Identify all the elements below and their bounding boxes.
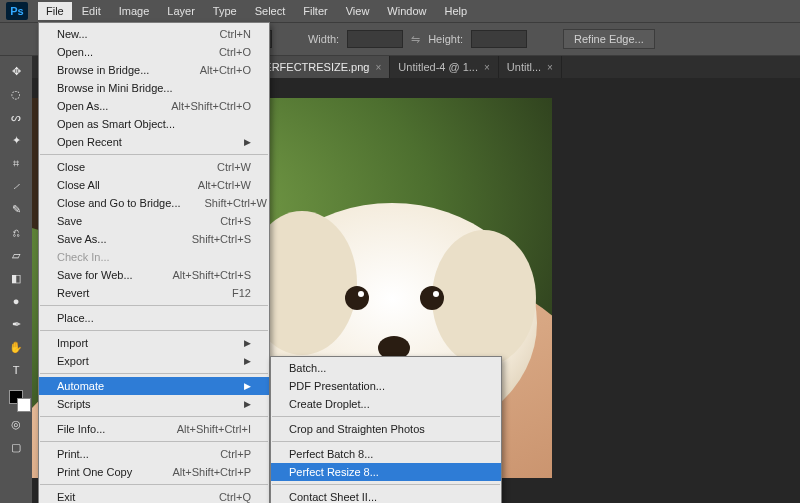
file-menu-item-print-one-copy[interactable]: Print One CopyAlt+Shift+Ctrl+P [39, 463, 269, 481]
menu-item-shortcut: Ctrl+N [220, 28, 251, 40]
chevron-right-icon: ▶ [244, 399, 251, 409]
menu-separator [40, 441, 268, 442]
move-tool[interactable]: ✥ [3, 60, 29, 82]
quick-mask-tool[interactable]: ◎ [3, 413, 29, 435]
automate-item-perfect-resize-8[interactable]: Perfect Resize 8... [271, 463, 501, 481]
file-menu-item-close[interactable]: CloseCtrl+W [39, 158, 269, 176]
file-menu-item-open-recent[interactable]: Open Recent▶ [39, 133, 269, 151]
magic-wand-tool[interactable]: ✦ [3, 129, 29, 151]
file-menu-item-file-info[interactable]: File Info...Alt+Shift+Ctrl+I [39, 420, 269, 438]
chevron-right-icon: ▶ [244, 137, 251, 147]
menu-item-label: Browse in Bridge... [57, 64, 149, 76]
automate-item-crop-and-straighten-photos[interactable]: Crop and Straighten Photos [271, 420, 501, 438]
menu-item-label: Browse in Mini Bridge... [57, 82, 173, 94]
menu-item-label: Scripts [57, 398, 91, 410]
menu-file[interactable]: File [38, 2, 72, 20]
menu-item-label: Export [57, 355, 89, 367]
screen-mode-tool[interactable]: ▢ [3, 436, 29, 458]
marquee-tool[interactable]: ◌ [3, 83, 29, 105]
file-menu-item-check-in: Check In... [39, 248, 269, 266]
menu-type[interactable]: Type [205, 2, 245, 20]
automate-item-contact-sheet-ii[interactable]: Contact Sheet II... [271, 488, 501, 503]
menu-item-label: Close [57, 161, 85, 173]
hand-tool[interactable]: ✋ [3, 336, 29, 358]
refine-edge-button[interactable]: Refine Edge... [563, 29, 655, 49]
document-tab[interactable]: Untitl...× [499, 56, 562, 78]
file-menu-item-open-as[interactable]: Open As...Alt+Shift+Ctrl+O [39, 97, 269, 115]
file-menu-item-place[interactable]: Place... [39, 309, 269, 327]
file-menu-item-new[interactable]: New...Ctrl+N [39, 25, 269, 43]
file-menu-item-save-as[interactable]: Save As...Shift+Ctrl+S [39, 230, 269, 248]
file-menu-item-open[interactable]: Open...Ctrl+O [39, 43, 269, 61]
automate-item-batch[interactable]: Batch... [271, 359, 501, 377]
menu-separator [40, 373, 268, 374]
tab-label: PERFECTRESIZE.png [257, 61, 369, 73]
menu-image[interactable]: Image [111, 2, 158, 20]
menu-item-shortcut: Alt+Shift+Ctrl+S [172, 269, 251, 281]
menu-layer[interactable]: Layer [159, 2, 203, 20]
menu-separator [40, 416, 268, 417]
eraser-tool[interactable]: ▱ [3, 244, 29, 266]
menu-separator [40, 305, 268, 306]
svg-point-10 [433, 291, 439, 297]
menu-help[interactable]: Help [436, 2, 475, 20]
file-menu-item-export[interactable]: Export▶ [39, 352, 269, 370]
file-menu-item-browse-in-mini-bridge[interactable]: Browse in Mini Bridge... [39, 79, 269, 97]
file-menu-item-exit[interactable]: ExitCtrl+Q [39, 488, 269, 503]
file-menu-item-scripts[interactable]: Scripts▶ [39, 395, 269, 413]
menu-item-label: Save As... [57, 233, 107, 245]
close-icon[interactable]: × [484, 62, 490, 73]
file-menu-item-revert[interactable]: RevertF12 [39, 284, 269, 302]
pen-tool[interactable]: ✒ [3, 313, 29, 335]
tab-label: Untitl... [507, 61, 541, 73]
menu-item-label: New... [57, 28, 88, 40]
file-menu-item-save[interactable]: SaveCtrl+S [39, 212, 269, 230]
menu-separator [272, 484, 500, 485]
close-icon[interactable]: × [375, 62, 381, 73]
automate-item-create-droplet[interactable]: Create Droplet... [271, 395, 501, 413]
crop-tool[interactable]: ⌗ [3, 152, 29, 174]
automate-item-perfect-batch-8[interactable]: Perfect Batch 8... [271, 445, 501, 463]
menu-item-label: Save [57, 215, 82, 227]
file-menu-item-close-and-go-to-bridge[interactable]: Close and Go to Bridge...Shift+Ctrl+W [39, 194, 269, 212]
document-tab[interactable]: Untitled-4 @ 1...× [390, 56, 499, 78]
opt-height-input[interactable] [471, 30, 527, 48]
lasso-tool[interactable]: ᔕ [3, 106, 29, 128]
stamp-tool[interactable]: ⎌ [3, 221, 29, 243]
menu-window[interactable]: Window [379, 2, 434, 20]
document-tab[interactable]: PERFECTRESIZE.png× [249, 56, 390, 78]
brush-tool[interactable]: ✎ [3, 198, 29, 220]
close-icon[interactable]: × [547, 62, 553, 73]
app-logo: Ps [6, 2, 28, 20]
menu-item-shortcut: Ctrl+Q [219, 491, 251, 503]
menu-item-label: File Info... [57, 423, 105, 435]
menu-item-shortcut: Alt+Ctrl+W [198, 179, 251, 191]
menu-item-shortcut: Alt+Ctrl+O [200, 64, 251, 76]
menu-separator [40, 484, 268, 485]
file-menu-item-import[interactable]: Import▶ [39, 334, 269, 352]
menu-item-label: Automate [57, 380, 104, 392]
gradient-tool[interactable]: ◧ [3, 267, 29, 289]
opt-width-input[interactable] [347, 30, 403, 48]
dodge-tool[interactable]: ● [3, 290, 29, 312]
svg-point-8 [420, 286, 444, 310]
color-swatches[interactable] [3, 382, 29, 412]
menu-item-label: Close and Go to Bridge... [57, 197, 181, 209]
menu-item-shortcut: Alt+Shift+Ctrl+O [171, 100, 251, 112]
file-menu-item-browse-in-bridge[interactable]: Browse in Bridge...Alt+Ctrl+O [39, 61, 269, 79]
file-menu-item-close-all[interactable]: Close AllAlt+Ctrl+W [39, 176, 269, 194]
file-menu-item-save-for-web[interactable]: Save for Web...Alt+Shift+Ctrl+S [39, 266, 269, 284]
menu-filter[interactable]: Filter [295, 2, 335, 20]
menu-item-label: Batch... [289, 362, 326, 374]
file-menu-item-print[interactable]: Print...Ctrl+P [39, 445, 269, 463]
file-menu-item-automate[interactable]: Automate▶ [39, 377, 269, 395]
menu-view[interactable]: View [338, 2, 378, 20]
opt-link-icon[interactable]: ⇋ [411, 33, 420, 46]
menu-select[interactable]: Select [247, 2, 294, 20]
eyedropper-tool[interactable]: ⟋ [3, 175, 29, 197]
type-tool[interactable]: T [3, 359, 29, 381]
file-menu-item-open-as-smart-object[interactable]: Open as Smart Object... [39, 115, 269, 133]
menu-item-label: Open... [57, 46, 93, 58]
automate-item-pdf-presentation[interactable]: PDF Presentation... [271, 377, 501, 395]
menu-edit[interactable]: Edit [74, 2, 109, 20]
